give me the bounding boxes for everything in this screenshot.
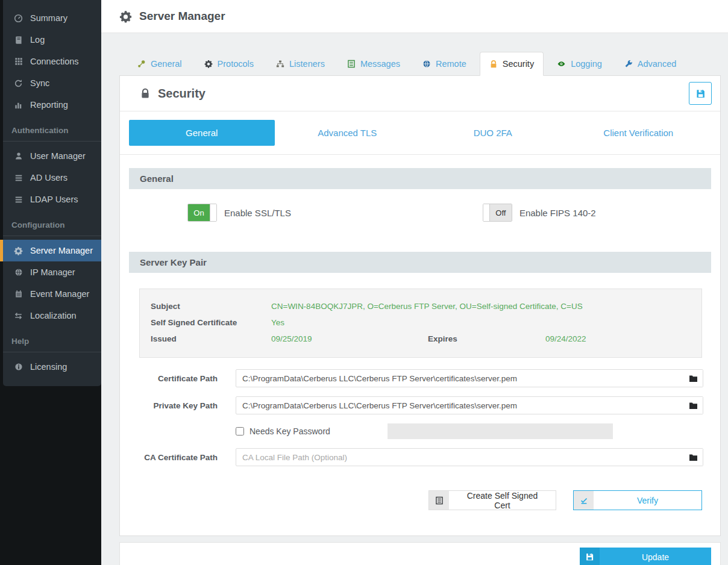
tab-label: Messages	[360, 59, 400, 69]
subtab-duo-2fa[interactable]: DUO 2FA	[420, 120, 566, 146]
app-window: Summary Log Connections	[0, 0, 728, 565]
certificate-icon	[429, 491, 449, 510]
needs-key-password-label: Needs Key Password	[249, 426, 330, 436]
update-button[interactable]: Update	[580, 548, 711, 565]
button-label: Create Self Signed Cert	[449, 491, 556, 510]
gear-icon	[204, 60, 213, 68]
general-toggles: On Enable SSL/TLS Off Enable FIPS 140-2	[120, 204, 720, 222]
gear-icon	[119, 10, 132, 23]
browse-private-key-button[interactable]	[683, 397, 703, 414]
issued-value: 09/25/2019	[271, 334, 428, 343]
button-label: Update	[600, 548, 711, 565]
sidebar-section-help: Help	[3, 326, 101, 352]
sidebar-item-label: Server Manager	[30, 246, 93, 255]
content: General Protocols Listeners	[101, 33, 728, 565]
tab-logging[interactable]: Logging	[548, 52, 611, 76]
list-icon	[13, 196, 24, 204]
sidebar-item-ip-manager[interactable]: IP Manager	[3, 261, 101, 283]
subject-label: Subject	[151, 302, 271, 311]
tab-advanced[interactable]: Advanced	[615, 52, 686, 76]
floppy-icon	[580, 548, 600, 565]
info-icon	[13, 363, 24, 371]
server-manager-tabs: General Protocols Listeners	[119, 52, 721, 75]
panel-title: Security	[158, 87, 206, 101]
exchange-icon	[13, 312, 24, 320]
tab-remote[interactable]: Remote	[413, 52, 475, 76]
toggle-state-label: On	[188, 204, 210, 221]
sidebar-item-label: AD Users	[30, 173, 67, 183]
gear-icon	[13, 246, 24, 255]
tab-security[interactable]: Security	[480, 52, 544, 76]
message-list-icon	[347, 60, 356, 68]
sidebar-item-event-manager[interactable]: Event Manager	[3, 283, 101, 305]
key-pair-actions: Create Self Signed Cert Verify	[120, 490, 702, 535]
tab-general[interactable]: General	[128, 52, 191, 76]
browse-certificate-button[interactable]	[683, 370, 703, 387]
needs-key-password-checkbox[interactable]	[236, 427, 244, 435]
key-password-input	[388, 423, 613, 439]
tab-label: Listeners	[289, 59, 325, 69]
certificate-path-input[interactable]	[236, 370, 683, 387]
tab-protocols[interactable]: Protocols	[195, 52, 263, 76]
tab-label: Protocols	[218, 59, 254, 69]
ssl-tls-label: Enable SSL/TLS	[224, 208, 291, 218]
save-button[interactable]	[689, 82, 712, 105]
tab-label: General	[151, 59, 182, 69]
bar-chart-icon	[13, 101, 24, 110]
ca-certificate-path-label: CA Certificate Path	[120, 453, 218, 462]
certificate-path-row: Certificate Path	[120, 369, 720, 387]
ca-certificate-path-row: CA Certificate Path	[120, 448, 720, 466]
sidebar-item-ldap-users[interactable]: LDAP Users	[3, 189, 101, 210]
tab-label: Security	[503, 59, 534, 69]
sidebar-item-reporting[interactable]: Reporting	[3, 94, 101, 116]
expires-label: Expires	[428, 334, 545, 343]
sidebar-item-sync[interactable]: Sync	[3, 72, 101, 94]
sidebar-item-licensing[interactable]: Licensing	[3, 356, 101, 378]
sidebar-section-authentication: Authentication	[3, 116, 101, 142]
sidebar-item-log[interactable]: Log	[3, 29, 101, 51]
certificate-info-box: Subject CN=WIN-84BOQKJ7JPR, O=Cerberus F…	[139, 289, 702, 358]
sidebar-item-connections[interactable]: Connections	[3, 51, 101, 72]
page-title: Server Manager	[139, 10, 225, 23]
list-icon	[13, 174, 24, 182]
globe-icon	[422, 60, 431, 68]
user-icon	[13, 152, 24, 160]
app-header: Server Manager	[101, 0, 728, 33]
subtab-general[interactable]: General	[129, 120, 275, 146]
sidebar-item-label: Event Manager	[30, 289, 89, 299]
tab-messages[interactable]: Messages	[338, 52, 409, 76]
sitemap-icon	[276, 60, 284, 68]
sidebar-item-ad-users[interactable]: AD Users	[3, 167, 101, 189]
section-header-general: General	[129, 168, 711, 189]
log-icon	[13, 36, 24, 45]
issued-label: Issued	[151, 334, 271, 343]
subtab-advanced-tls[interactable]: Advanced TLS	[275, 120, 421, 146]
sync-icon	[13, 79, 24, 88]
private-key-path-input[interactable]	[236, 397, 683, 414]
self-signed-value: Yes	[271, 318, 284, 327]
section-header-server-key-pair: Server Key Pair	[129, 252, 711, 273]
create-self-signed-cert-button[interactable]: Create Self Signed Cert	[428, 490, 556, 510]
expires-value: 09/24/2022	[545, 334, 586, 343]
lock-icon	[140, 87, 151, 99]
sidebar-item-user-manager[interactable]: User Manager	[3, 145, 101, 167]
nodes-icon	[137, 60, 146, 68]
main-area: Server Manager General Protocols	[101, 0, 728, 565]
certificate-path-label: Certificate Path	[120, 374, 218, 383]
sidebar-item-label: Reporting	[30, 100, 68, 110]
toggle-knob	[210, 204, 216, 221]
sidebar-item-summary[interactable]: Summary	[3, 7, 101, 29]
browse-ca-certificate-button[interactable]	[683, 449, 703, 466]
tab-listeners[interactable]: Listeners	[267, 52, 334, 76]
toggle-state-label: Off	[490, 204, 512, 221]
fips-toggle[interactable]: Off	[483, 204, 512, 222]
ca-certificate-path-input[interactable]	[236, 449, 683, 466]
private-key-path-row: Private Key Path	[120, 396, 720, 414]
ssl-tls-toggle[interactable]: On	[187, 204, 217, 222]
sidebar-item-localization[interactable]: Localization	[3, 305, 101, 326]
floppy-icon	[695, 89, 706, 99]
subtab-client-verification[interactable]: Client Verification	[566, 120, 712, 146]
sidebar-item-server-manager[interactable]: Server Manager	[3, 240, 101, 261]
sidebar-menu: Summary Log Connections	[3, 0, 101, 386]
verify-button[interactable]: Verify	[573, 490, 702, 510]
